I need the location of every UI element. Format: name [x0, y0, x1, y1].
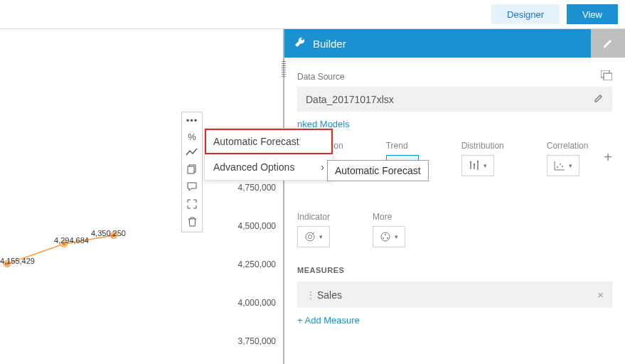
data-label: 4,350,250	[91, 229, 126, 237]
svg-point-4	[470, 161, 471, 163]
axis-tick: 4,250,000	[238, 259, 276, 269]
correlation-button[interactable]: ▾	[547, 155, 579, 176]
svg-point-7	[557, 166, 558, 168]
svg-point-12	[381, 232, 390, 241]
svg-point-13	[385, 234, 386, 235]
menu-item-auto-forecast[interactable]: Automatic Forecast	[205, 129, 333, 154]
copy-icon[interactable]	[187, 164, 197, 176]
style-mode-button[interactable]	[591, 29, 625, 58]
indicator-button[interactable]: ▾	[297, 226, 330, 247]
more-chart-button[interactable]: ▾	[373, 226, 405, 247]
comment-icon[interactable]	[187, 182, 197, 193]
more-label: More	[373, 212, 405, 222]
wrench-icon	[294, 37, 306, 50]
menu-item-label: Advanced Options	[213, 161, 294, 173]
swap-icon[interactable]	[601, 70, 612, 82]
axis-tick: 4,750,000	[238, 183, 276, 193]
view-button[interactable]: View	[567, 4, 618, 24]
svg-point-11	[309, 235, 312, 239]
edit-icon[interactable]	[594, 93, 604, 105]
percent-icon[interactable]: %	[188, 132, 196, 142]
distribution-label: Distribution	[461, 141, 504, 151]
fullscreen-icon[interactable]	[187, 199, 197, 211]
data-label: 4,294,684	[54, 236, 89, 245]
svg-point-5	[474, 164, 475, 165]
measure-name: Sales	[317, 289, 342, 301]
axis-tick: 4,500,000	[238, 221, 276, 231]
measure-chip[interactable]: ⋮⋮ Sales ×	[297, 282, 612, 308]
measures-heading: MEASURES	[297, 266, 612, 274]
svg-rect-3	[604, 73, 612, 80]
chart-toolbar: ••• %	[181, 112, 203, 232]
axis-tick: 3,750,000	[238, 336, 276, 346]
linked-models-link[interactable]: nked Models	[297, 119, 612, 129]
indicator-label: Indicator	[297, 212, 330, 222]
svg-point-15	[387, 237, 388, 239]
forecast-icon[interactable]	[186, 148, 198, 159]
correlation-label: Correlation	[547, 141, 589, 151]
panel-resize-handle[interactable]	[282, 61, 286, 77]
tooltip: Automatic Forecast	[327, 160, 429, 181]
data-label: 4,155,429	[0, 257, 35, 265]
chevron-right-icon: ›	[321, 161, 324, 173]
distribution-button[interactable]: ▾	[461, 155, 494, 176]
add-measure-link[interactable]: + Add Measure	[297, 315, 612, 326]
data-source-value: Data_20171017xlsx	[306, 94, 394, 105]
panel-title: Builder	[313, 38, 346, 50]
data-source-label: Data Source	[297, 72, 345, 82]
builder-header: Builder	[284, 29, 625, 58]
chart-canvas: 4,155,429 4,294,684 4,350,250 4,750,000 …	[0, 28, 284, 364]
menu-item-advanced-options[interactable]: Advanced Options ›	[205, 154, 333, 180]
y-axis-ticks: 4,750,000 4,500,000 4,250,000 4,000,000 …	[238, 183, 276, 364]
forecast-submenu: Automatic Forecast Advanced Options ›	[204, 128, 333, 181]
designer-button[interactable]: Designer	[491, 4, 560, 24]
svg-point-9	[562, 166, 563, 167]
svg-rect-1	[188, 166, 194, 173]
svg-point-14	[383, 237, 384, 239]
more-icon[interactable]: •••	[186, 115, 198, 126]
menu-item-label: Automatic Forecast	[213, 136, 299, 147]
svg-point-6	[477, 161, 479, 162]
axis-tick: 4,000,000	[238, 298, 276, 308]
drag-handle-icon[interactable]: ⋮⋮	[306, 289, 311, 301]
remove-measure-button[interactable]: ×	[597, 289, 604, 301]
trash-icon[interactable]	[188, 217, 197, 229]
svg-point-8	[560, 164, 561, 165]
trend-label: Trend	[386, 141, 419, 151]
